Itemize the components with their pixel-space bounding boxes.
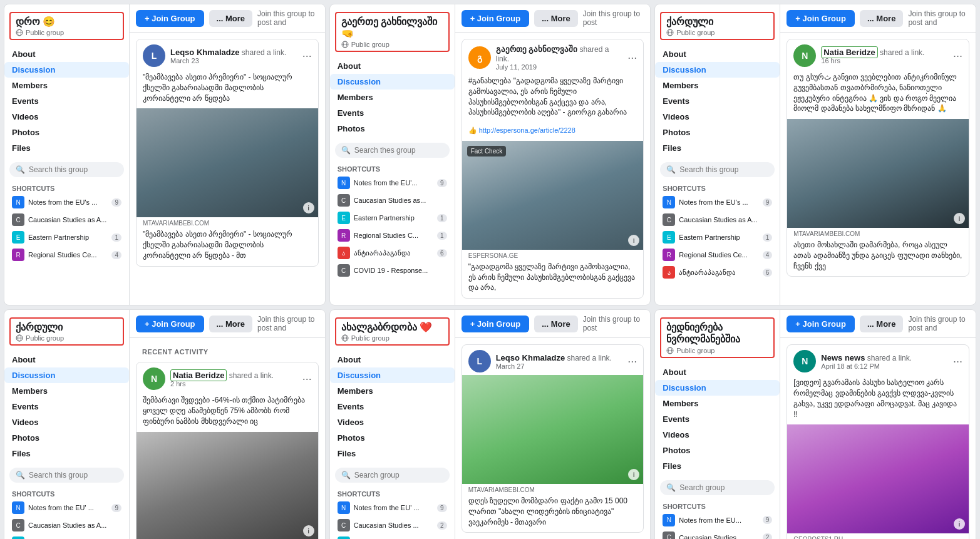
post-options-button[interactable]: ··· [627, 355, 637, 368]
nav-item-videos[interactable]: Videos [655, 427, 780, 443]
shortcut-item-1[interactable]: CCaucasian Studies as A... [655, 211, 780, 228]
nav-item-members[interactable]: Members [4, 383, 129, 399]
shortcut-item-1[interactable]: CCaucasian Studies ...2 [655, 529, 780, 539]
post-author[interactable]: Leqso Khmaladze [170, 48, 240, 57]
join-group-button[interactable]: + Join Group [787, 10, 855, 27]
avatar[interactable]: N [793, 44, 816, 67]
shortcut-item-0[interactable]: NNotes from the EU'...9 [330, 174, 455, 192]
nav-item-discussion[interactable]: Discussion [330, 367, 455, 383]
shortcut-item-1[interactable]: CCaucasian Studies ...2 [330, 516, 455, 534]
search-box[interactable]: 🔍 [9, 162, 124, 177]
avatar[interactable]: L [468, 350, 491, 372]
nav-item-events[interactable]: Events [4, 93, 129, 109]
shortcut-item-5[interactable]: CCOVID 19 - Response... [330, 262, 455, 279]
join-group-button[interactable]: + Join Group [787, 316, 855, 332]
shortcut-item-1[interactable]: CCaucasian Studies as A... [4, 516, 129, 534]
nav-item-members[interactable]: Members [330, 90, 455, 105]
shortcut-item-1[interactable]: CCaucasian Studies as... [330, 192, 455, 209]
join-group-button[interactable]: + Join Group [462, 316, 530, 332]
shortcut-item-0[interactable]: NNotes from the EU's ...9 [4, 193, 129, 211]
join-group-button[interactable]: + Join Group [136, 316, 204, 332]
info-icon[interactable]: i [628, 235, 639, 246]
nav-item-videos[interactable]: Videos [330, 414, 455, 430]
nav-item-videos[interactable]: Videos [4, 414, 129, 430]
post-options-button[interactable]: ··· [302, 49, 312, 63]
info-icon[interactable]: i [954, 213, 965, 224]
nav-item-files[interactable]: Files [655, 140, 780, 156]
info-icon[interactable]: i [303, 202, 314, 213]
nav-item-events[interactable]: Events [330, 399, 455, 414]
nav-item-about[interactable]: About [330, 58, 455, 74]
more-button[interactable]: ... More [860, 316, 904, 332]
post-options-button[interactable]: ··· [953, 49, 962, 63]
post-options-button[interactable]: ··· [302, 372, 312, 386]
search-box[interactable]: 🔍 [660, 162, 775, 177]
nav-item-videos[interactable]: Videos [4, 109, 129, 125]
nav-item-about[interactable]: About [655, 364, 780, 380]
nav-item-files[interactable]: Files [330, 446, 455, 461]
more-button[interactable]: ... More [534, 316, 578, 332]
post-author[interactable]: Natia Beridze [170, 369, 227, 381]
shortcut-item-0[interactable]: NNotes from the EU' ...9 [330, 499, 455, 516]
post-author[interactable]: News news [821, 353, 865, 362]
info-icon[interactable]: i [628, 469, 639, 480]
nav-item-events[interactable]: Events [4, 399, 129, 414]
avatar[interactable]: N [793, 350, 816, 372]
nav-item-about[interactable]: About [4, 46, 129, 62]
search-input[interactable] [29, 165, 118, 174]
nav-item-members[interactable]: Members [655, 396, 780, 411]
nav-item-files[interactable]: Files [4, 140, 129, 156]
post-link[interactable]: 👍 http://espersona.ge/article/2228 [462, 123, 644, 141]
nav-item-videos[interactable]: Videos [655, 109, 780, 125]
nav-item-photos[interactable]: Photos [655, 443, 780, 458]
more-button[interactable]: ... More [209, 316, 253, 332]
shortcut-item-3[interactable]: RRegional Studies C...1 [330, 227, 455, 244]
shortcut-item-2[interactable]: EEastern Partnership1 [655, 228, 780, 246]
nav-item-about[interactable]: About [4, 352, 129, 367]
nav-item-files[interactable]: Files [4, 446, 129, 461]
shortcut-item-0[interactable]: NNotes from the EU...9 [655, 511, 780, 529]
nav-item-photos[interactable]: Photos [330, 430, 455, 446]
post-options-button[interactable]: ··· [953, 355, 962, 368]
shortcut-item-0[interactable]: NNotes from the EU's ...9 [655, 193, 780, 211]
shortcut-item-4[interactable]: აანტიარაპაგანდა6 [655, 264, 780, 281]
post-author[interactable]: Natia Beridze [821, 46, 877, 58]
info-icon[interactable]: i [954, 518, 965, 530]
post-author[interactable]: Leqso Khmaladze [496, 353, 565, 362]
search-box[interactable]: 🔍 [660, 480, 775, 495]
join-group-button[interactable]: + Join Group [462, 10, 530, 27]
nav-item-photos[interactable]: Photos [330, 121, 455, 136]
search-box[interactable]: 🔍 [9, 468, 124, 483]
shortcut-item-3[interactable]: RRegional Studies Ce...4 [4, 246, 129, 264]
shortcut-item-4[interactable]: აანტიარაპაგანდა6 [330, 244, 455, 262]
post-options-button[interactable]: ··· [627, 51, 637, 64]
shortcut-item-3[interactable]: RRegional Studies Ce...4 [655, 246, 780, 264]
info-icon[interactable]: i [303, 525, 314, 536]
shortcut-item-0[interactable]: NNotes from the EU' ...9 [4, 499, 129, 516]
shortcut-item-2[interactable]: EEastern Partnership1 [4, 534, 129, 539]
more-button[interactable]: ... More [209, 10, 253, 27]
avatar[interactable]: L [143, 44, 165, 67]
nav-item-photos[interactable]: Photos [4, 125, 129, 140]
avatar[interactable]: N [143, 367, 165, 390]
nav-item-discussion[interactable]: Discussion [655, 62, 780, 78]
nav-item-events[interactable]: Events [330, 105, 455, 121]
nav-item-photos[interactable]: Photos [655, 125, 780, 140]
nav-item-members[interactable]: Members [330, 383, 455, 399]
nav-item-discussion[interactable]: Discussion [4, 367, 129, 383]
shortcut-item-2[interactable]: EEastern Partnership1 [4, 228, 129, 246]
nav-item-about[interactable]: About [655, 46, 780, 62]
nav-item-files[interactable]: Files [655, 458, 780, 474]
search-input[interactable] [29, 471, 118, 480]
search-box[interactable]: 🔍 [335, 468, 450, 483]
nav-item-members[interactable]: Members [4, 78, 129, 93]
search-input[interactable] [679, 483, 768, 492]
search-input[interactable] [354, 471, 443, 480]
nav-item-discussion[interactable]: Discussion [4, 62, 129, 78]
nav-item-discussion[interactable]: Discussion [655, 380, 780, 396]
nav-item-photos[interactable]: Photos [4, 430, 129, 446]
search-box[interactable]: 🔍 [335, 143, 450, 158]
shortcut-item-2[interactable]: EEastern Partnership1 [330, 209, 455, 227]
more-button[interactable]: ... More [534, 10, 578, 27]
nav-item-discussion[interactable]: Discussion [330, 74, 455, 90]
